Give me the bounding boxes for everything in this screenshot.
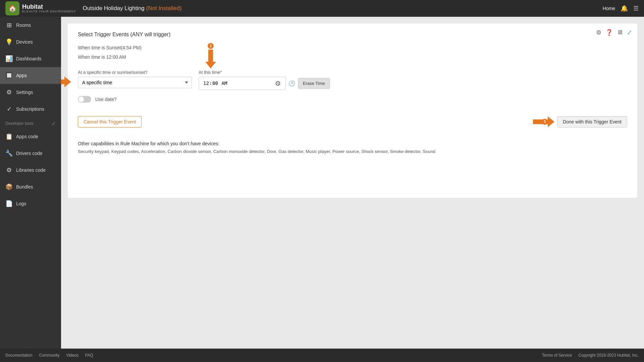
logs-icon: 📄 <box>5 200 13 207</box>
logo-brand: Hubitat <box>22 4 76 10</box>
sidebar-item-apps[interactable]: 🔲 Apps <box>0 67 61 84</box>
use-date-toggle[interactable] <box>78 96 91 103</box>
form-group-specific-time: At a specific time or sunrise/sunset? A … <box>78 70 192 88</box>
done-trigger-button[interactable]: Done with this Trigger Event <box>557 116 627 127</box>
sidebar-label-apps: Apps <box>16 73 27 78</box>
settings-icon: ⚙ <box>5 89 13 96</box>
developer-tools-label: Developer tools <box>5 121 33 126</box>
sidebar-item-apps-code[interactable]: 📋 Apps code <box>0 128 61 145</box>
sidebar-item-bundles[interactable]: 📦 Bundles <box>0 178 61 195</box>
specific-time-select[interactable]: A specific time Sunrise Sunset <box>78 77 192 88</box>
sidebar-label-drivers-code: Drivers code <box>16 151 43 156</box>
topbar: 🏠 Hubitat ELEVATE YOUR ENVIRONMENT Outsi… <box>0 0 644 17</box>
sidebar: ⊞ Rooms 💡 Devices 📊 Dashboards 🔲 Apps ⚙ … <box>0 17 61 349</box>
page-title: Outside Holiday Lighting (Not Installed) <box>83 5 182 12</box>
footer-link-faq[interactable]: FAQ <box>85 353 93 358</box>
terms-of-service-link[interactable]: Terms of Service <box>542 353 572 358</box>
footer-right: Terms of Service Copyright 2018-2023 Hub… <box>542 353 639 358</box>
sidebar-label-apps-code: Apps code <box>16 134 38 139</box>
logo-text-block: Hubitat ELEVATE YOUR ENVIRONMENT <box>22 4 76 13</box>
arrow-annotation-2: 2 <box>205 43 216 68</box>
sidebar-item-subscriptions[interactable]: ✓ Subscriptions <box>0 101 61 117</box>
apps-icon: 🔲 <box>5 72 13 79</box>
specific-time-label: At a specific time or sunrise/sunset? <box>78 70 192 75</box>
sidebar-label-logs: Logs <box>16 201 26 206</box>
logo-sub: ELEVATE YOUR ENVIRONMENT <box>22 10 76 13</box>
subscriptions-icon: ✓ <box>5 105 13 113</box>
logo-icon: 🏠 <box>5 1 19 15</box>
arrow-annotation-1 <box>61 76 71 87</box>
libraries-code-icon: ⚙ <box>5 166 13 174</box>
time-input-wrap: 🕐 Erase Time <box>199 77 330 90</box>
at-this-time-label: At this time* <box>199 70 330 75</box>
not-installed-badge: (Not Installed) <box>146 5 182 11</box>
sidebar-label-dashboards: Dashboards <box>16 56 42 61</box>
toggle-row: Use date? <box>78 96 627 103</box>
gear-icon[interactable]: ⚙ <box>596 29 601 36</box>
developer-tools-section: Developer tools ⤢ <box>0 117 61 128</box>
dashboards-icon: 📊 <box>5 55 13 62</box>
devices-icon: 💡 <box>5 38 13 46</box>
sidebar-item-dashboards[interactable]: 📊 Dashboards <box>0 50 61 67</box>
bell-icon[interactable]: 🔔 <box>621 5 628 12</box>
monitor-icon[interactable]: 🖥 <box>617 29 623 36</box>
page-title-text: Outside Holiday Lighting <box>83 5 145 11</box>
copyright: Copyright 2018-2023 Hubitat, Inc. <box>579 353 639 358</box>
expand-icon[interactable]: ⤢ <box>627 29 632 36</box>
sidebar-label-devices: Devices <box>16 39 33 45</box>
sidebar-item-libraries-code[interactable]: ⚙ Libraries code <box>0 162 61 178</box>
sidebar-label-rooms: Rooms <box>16 22 31 28</box>
sidebar-label-settings: Settings <box>16 90 33 95</box>
panel-toolbar: ⚙ ❓ 🖥 ⤢ <box>596 29 632 36</box>
cancel-trigger-button[interactable]: Cancel this Trigger Event <box>78 116 142 127</box>
help-icon[interactable]: ❓ <box>605 29 613 36</box>
other-capabilities-list: Security keypad, Keypad codes, Accelerat… <box>78 148 627 155</box>
sidebar-label-libraries-code: Libraries code <box>16 167 46 173</box>
content-panel: ⚙ ❓ 🖥 ⤢ Select Trigger Events (ANY will … <box>68 23 637 198</box>
sidebar-label-bundles: Bundles <box>16 184 33 190</box>
sidebar-item-drivers-code[interactable]: 🔧 Drivers code <box>0 145 61 162</box>
use-date-label: Use date? <box>95 97 117 102</box>
trigger-event-sunset: When time is Sunset(4:54 PM) <box>78 43 627 52</box>
main-layout: ⊞ Rooms 💡 Devices 📊 Dashboards 🔲 Apps ⚙ … <box>0 17 644 349</box>
drivers-code-icon: 🔧 <box>5 150 13 157</box>
clock-icon[interactable]: 🕐 <box>288 80 295 87</box>
form-section: 2 At a specific time or sunrise/sunset? … <box>78 70 627 127</box>
other-capabilities-section: Other capabilities in Rule Machine for w… <box>78 141 627 155</box>
sidebar-item-rooms[interactable]: ⊞ Rooms <box>0 17 61 34</box>
action-row: Cancel this Trigger Event 3 Done with th… <box>78 116 627 127</box>
footer-link-community[interactable]: Community <box>39 353 60 358</box>
footer-link-documentation[interactable]: Documentation <box>5 353 33 358</box>
sidebar-item-devices[interactable]: 💡 Devices <box>0 34 61 50</box>
done-section: 3 Done with this Trigger Event <box>533 116 627 127</box>
section-title: Select Trigger Events (ANY will trigger) <box>78 32 627 38</box>
rooms-icon: ⊞ <box>5 21 13 29</box>
time-input[interactable] <box>199 77 286 90</box>
form-group-at-time: At this time* 🕐 Erase Time <box>199 70 330 90</box>
trigger-event-midnight: When time is 12:00 AM <box>78 52 627 62</box>
footer-link-videos[interactable]: Videos <box>66 353 78 358</box>
form-row-time: At a specific time or sunrise/sunset? A … <box>78 70 627 90</box>
arrow-annotation-3: 3 <box>533 116 554 127</box>
other-capabilities-title: Other capabilities in Rule Machine for w… <box>78 141 627 146</box>
topbar-right: Home 🔔 ☰ <box>603 5 639 12</box>
home-link[interactable]: Home <box>603 6 615 11</box>
sidebar-item-logs[interactable]: 📄 Logs <box>0 195 61 212</box>
menu-icon[interactable]: ☰ <box>633 5 639 12</box>
collapse-developer-button[interactable]: ⤢ <box>52 121 56 126</box>
footer: Documentation Community Videos FAQ Terms… <box>0 349 644 362</box>
erase-time-button[interactable]: Erase Time <box>298 78 330 89</box>
sidebar-label-subscriptions: Subscriptions <box>16 106 44 112</box>
content-area: ⚙ ❓ 🖥 ⤢ Select Trigger Events (ANY will … <box>61 17 644 349</box>
logo: 🏠 Hubitat ELEVATE YOUR ENVIRONMENT <box>5 1 76 15</box>
apps-code-icon: 📋 <box>5 133 13 140</box>
bundles-icon: 📦 <box>5 183 13 191</box>
sidebar-item-settings[interactable]: ⚙ Settings <box>0 84 61 101</box>
